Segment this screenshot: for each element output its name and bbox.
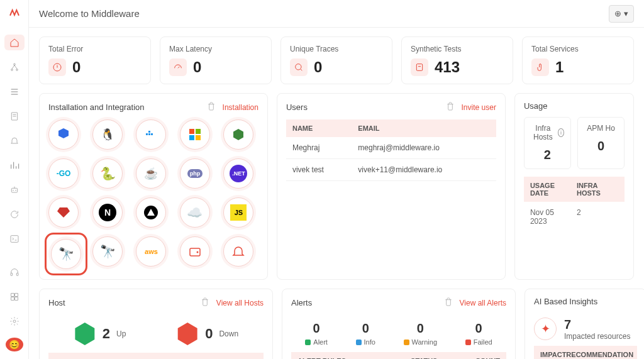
svg-point-6 bbox=[15, 190, 16, 191]
integ-python[interactable]: 🐍 bbox=[92, 158, 123, 189]
warning-dot-icon bbox=[404, 340, 409, 345]
svg-rect-10 bbox=[11, 293, 14, 296]
usage-panel: Usage Infra Hostsi 2 APM Ho 0 USAGE DATE bbox=[514, 93, 634, 280]
flask-icon bbox=[411, 58, 428, 76]
svg-rect-27 bbox=[190, 248, 200, 256]
svg-point-1 bbox=[11, 69, 13, 70]
hex-up-icon bbox=[74, 323, 96, 345]
stat-total-error: Total Error 0 bbox=[39, 36, 151, 84]
usage-row: Nov 05 2023 2 bbox=[524, 202, 625, 232]
sidebar-headphones[interactable] bbox=[4, 264, 25, 280]
integ-cloudflare[interactable]: ☁️ bbox=[180, 197, 210, 228]
integ-bell[interactable] bbox=[223, 236, 253, 267]
integ-wallet[interactable] bbox=[180, 236, 210, 267]
svg-rect-13 bbox=[14, 297, 18, 300]
integ-javascript[interactable]: JS bbox=[223, 197, 253, 228]
logo bbox=[9, 6, 19, 21]
sidebar-home[interactable] bbox=[4, 35, 25, 50]
svg-point-0 bbox=[13, 64, 15, 65]
installation-panel: Installation and Integration Installatio… bbox=[39, 93, 268, 280]
stat-total-services: Total Services 1 bbox=[522, 36, 634, 84]
users-panel: Users Invite user NAMEEMAIL Meghrajmeghr… bbox=[277, 93, 506, 280]
alerts-panel: Alerts View all Alerts 0Alert 0Info 0War… bbox=[282, 289, 516, 359]
svg-rect-18 bbox=[146, 133, 148, 135]
svg-point-2 bbox=[16, 69, 18, 70]
integ-telescope2[interactable]: 🔭 bbox=[92, 236, 123, 267]
stat-unique-traces: Unique Traces 0 bbox=[280, 36, 392, 84]
trash-icon[interactable] bbox=[200, 297, 210, 309]
info-dot-icon bbox=[356, 340, 362, 345]
error-icon bbox=[48, 58, 66, 76]
sidebar-cycle[interactable] bbox=[4, 206, 25, 222]
integ-dotnet[interactable]: .NET bbox=[223, 158, 253, 189]
integ-go[interactable]: -GO bbox=[48, 158, 79, 189]
svg-point-16 bbox=[296, 64, 301, 70]
add-button[interactable]: ⊕ ▾ bbox=[609, 5, 634, 23]
insights-panel: AI Based Insights ✦ 7Impacted resources … bbox=[525, 289, 644, 359]
user-row: vivek testvivek+11@middleware.io bbox=[286, 159, 496, 181]
svg-rect-12 bbox=[11, 297, 14, 300]
view-all-hosts[interactable]: View all Hosts bbox=[216, 299, 264, 307]
integ-ruby[interactable] bbox=[48, 197, 79, 228]
hand-icon bbox=[531, 58, 549, 76]
svg-point-14 bbox=[13, 320, 16, 323]
integ-kubernetes[interactable] bbox=[48, 119, 79, 150]
sidebar-grid[interactable] bbox=[4, 289, 25, 304]
sidebar-avatar[interactable]: 😊 bbox=[6, 338, 23, 351]
svg-point-28 bbox=[196, 251, 198, 253]
stat-synthetic-tests: Synthetic Tests 413 bbox=[401, 36, 513, 84]
integ-node[interactable] bbox=[223, 119, 253, 150]
svg-rect-9 bbox=[16, 273, 18, 275]
sidebar-document[interactable] bbox=[4, 108, 25, 124]
integ-java[interactable]: ☕ bbox=[136, 158, 166, 189]
sidebar-chart[interactable] bbox=[4, 157, 25, 173]
ai-icon: ✦ bbox=[534, 318, 557, 340]
svg-rect-24 bbox=[189, 135, 194, 140]
sidebar-terminal[interactable] bbox=[4, 231, 25, 246]
usage-infra-hosts: Infra Hostsi 2 bbox=[524, 117, 571, 169]
sidebar-bell[interactable] bbox=[4, 133, 25, 148]
gauge-icon bbox=[169, 58, 187, 76]
failed-dot-icon bbox=[465, 340, 471, 345]
info-icon[interactable]: i bbox=[558, 128, 564, 137]
svg-rect-20 bbox=[151, 133, 153, 135]
search-icon bbox=[290, 58, 308, 76]
topbar: Welcome to Middleware ⊕ ▾ bbox=[29, 0, 644, 28]
integ-php[interactable]: php bbox=[180, 158, 210, 189]
installation-link[interactable]: Installation bbox=[223, 103, 258, 112]
stats-row: Total Error 0 Max Latency 0 Unique Trace… bbox=[39, 36, 634, 84]
svg-rect-4 bbox=[11, 188, 17, 192]
user-row: Meghrajmeghraj@middleware.io bbox=[286, 137, 496, 159]
svg-rect-11 bbox=[14, 293, 18, 296]
view-all-alerts[interactable]: View all Alerts bbox=[460, 299, 506, 307]
trash-icon[interactable] bbox=[445, 101, 455, 113]
svg-rect-23 bbox=[196, 129, 201, 134]
svg-point-5 bbox=[13, 190, 13, 191]
integ-docker[interactable] bbox=[136, 119, 166, 150]
integ-linux[interactable]: 🐧 bbox=[92, 119, 123, 150]
integ-nextjs[interactable]: N bbox=[92, 197, 123, 228]
hex-down-icon bbox=[176, 323, 199, 345]
integ-telescope[interactable]: 🔭 bbox=[51, 239, 81, 269]
invite-user-link[interactable]: Invite user bbox=[462, 103, 496, 112]
usage-apm-hosts: APM Ho 0 bbox=[577, 117, 625, 169]
trash-icon[interactable] bbox=[206, 101, 216, 113]
sidebar-list[interactable] bbox=[4, 84, 25, 99]
svg-rect-8 bbox=[11, 273, 13, 275]
sidebar-gear[interactable] bbox=[4, 313, 25, 329]
svg-rect-7 bbox=[11, 235, 18, 242]
integ-windows[interactable] bbox=[180, 119, 210, 150]
svg-rect-21 bbox=[148, 131, 150, 133]
host-panel: Host View all Hosts 2Up 0Down HOSTSTATUS… bbox=[39, 289, 273, 359]
sidebar-robot[interactable] bbox=[4, 182, 25, 197]
svg-rect-17 bbox=[416, 64, 422, 71]
svg-rect-22 bbox=[189, 129, 194, 134]
page-title: Welcome to Middleware bbox=[39, 8, 140, 19]
stat-max-latency: Max Latency 0 bbox=[160, 36, 272, 84]
sidebar: 😊 bbox=[0, 0, 29, 359]
trash-icon[interactable] bbox=[443, 297, 453, 309]
integ-vercel[interactable] bbox=[136, 197, 166, 228]
integ-aws[interactable]: aws bbox=[136, 236, 166, 267]
svg-rect-25 bbox=[196, 135, 201, 140]
sidebar-network[interactable] bbox=[4, 59, 25, 75]
